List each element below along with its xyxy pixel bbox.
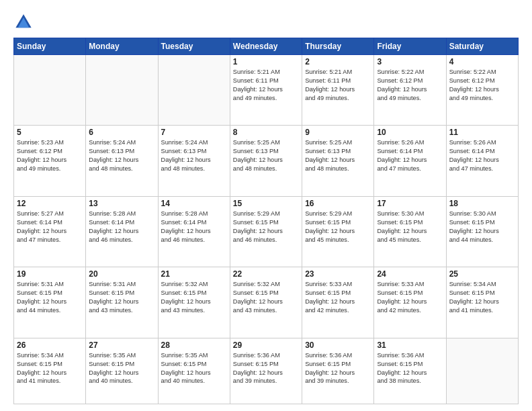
day-number: 28 [161,340,227,350]
day-info: Sunrise: 5:22 AM Sunset: 6:12 PM Dayligh… [377,68,443,103]
header [13,12,519,32]
calendar-dow-saturday: Saturday [446,38,518,55]
logo-icon [13,12,34,32]
day-info: Sunrise: 5:26 AM Sunset: 6:14 PM Dayligh… [449,138,515,173]
calendar-dow-tuesday: Tuesday [158,38,230,55]
calendar-cell: 7Sunrise: 5:24 AM Sunset: 6:13 PM Daylig… [158,126,230,196]
calendar-cell: 18Sunrise: 5:30 AM Sunset: 6:15 PM Dayli… [446,196,518,267]
day-number: 29 [233,340,299,350]
calendar-cell: 11Sunrise: 5:26 AM Sunset: 6:14 PM Dayli… [446,126,518,196]
calendar-cell [14,55,86,126]
calendar-cell: 17Sunrise: 5:30 AM Sunset: 6:15 PM Dayli… [374,196,446,267]
day-info: Sunrise: 5:28 AM Sunset: 6:14 PM Dayligh… [161,210,227,244]
calendar-cell [446,338,518,404]
day-info: Sunrise: 5:32 AM Sunset: 6:15 PM Dayligh… [161,280,227,315]
day-number: 19 [17,269,83,279]
day-info: Sunrise: 5:35 AM Sunset: 6:15 PM Dayligh… [161,351,227,386]
day-info: Sunrise: 5:26 AM Sunset: 6:14 PM Dayligh… [377,138,443,173]
day-info: Sunrise: 5:34 AM Sunset: 6:15 PM Dayligh… [449,280,515,315]
day-number: 27 [89,340,154,350]
calendar-cell: 20Sunrise: 5:31 AM Sunset: 6:15 PM Dayli… [86,267,158,338]
calendar-dow-friday: Friday [374,38,446,55]
day-number: 6 [89,128,154,137]
logo [13,12,36,32]
day-number: 31 [377,340,443,350]
calendar-cell: 13Sunrise: 5:28 AM Sunset: 6:14 PM Dayli… [86,196,158,267]
calendar-dow-sunday: Sunday [14,38,86,55]
calendar-cell: 27Sunrise: 5:35 AM Sunset: 6:15 PM Dayli… [86,338,158,404]
day-number: 26 [17,340,83,350]
day-info: Sunrise: 5:22 AM Sunset: 6:12 PM Dayligh… [449,68,515,103]
day-number: 16 [305,199,371,208]
page: SundayMondayTuesdayWednesdayThursdayFrid… [0,0,532,411]
day-number: 18 [449,199,515,208]
day-number: 20 [89,269,154,279]
calendar-cell: 12Sunrise: 5:27 AM Sunset: 6:14 PM Dayli… [14,196,86,267]
calendar-week-3: 19Sunrise: 5:31 AM Sunset: 6:15 PM Dayli… [14,267,519,338]
calendar-cell: 5Sunrise: 5:23 AM Sunset: 6:12 PM Daylig… [14,126,86,196]
day-info: Sunrise: 5:21 AM Sunset: 6:11 PM Dayligh… [305,68,371,103]
day-info: Sunrise: 5:25 AM Sunset: 6:13 PM Dayligh… [305,138,371,173]
day-info: Sunrise: 5:27 AM Sunset: 6:14 PM Dayligh… [17,210,83,244]
calendar-cell: 16Sunrise: 5:29 AM Sunset: 6:15 PM Dayli… [302,196,374,267]
calendar-cell [158,55,230,126]
day-info: Sunrise: 5:33 AM Sunset: 6:15 PM Dayligh… [377,280,443,315]
calendar-cell: 23Sunrise: 5:33 AM Sunset: 6:15 PM Dayli… [302,267,374,338]
day-info: Sunrise: 5:29 AM Sunset: 6:15 PM Dayligh… [305,210,371,244]
day-number: 15 [233,199,299,208]
day-info: Sunrise: 5:32 AM Sunset: 6:15 PM Dayligh… [233,280,299,315]
day-info: Sunrise: 5:21 AM Sunset: 6:11 PM Dayligh… [233,68,299,103]
calendar-dow-monday: Monday [86,38,158,55]
day-number: 4 [449,57,515,66]
day-info: Sunrise: 5:31 AM Sunset: 6:15 PM Dayligh… [17,280,83,315]
day-number: 24 [377,269,443,279]
day-number: 23 [305,269,371,279]
day-number: 5 [17,128,83,137]
calendar-cell: 21Sunrise: 5:32 AM Sunset: 6:15 PM Dayli… [158,267,230,338]
calendar-week-4: 26Sunrise: 5:34 AM Sunset: 6:15 PM Dayli… [14,338,519,404]
day-number: 30 [305,340,371,350]
day-number: 13 [89,199,154,208]
day-number: 17 [377,199,443,208]
day-number: 12 [17,199,83,208]
day-number: 3 [377,57,443,66]
calendar-dow-thursday: Thursday [302,38,374,55]
calendar-cell: 4Sunrise: 5:22 AM Sunset: 6:12 PM Daylig… [446,55,518,126]
calendar-table: SundayMondayTuesdayWednesdayThursdayFrid… [13,38,519,404]
day-info: Sunrise: 5:35 AM Sunset: 6:15 PM Dayligh… [89,351,154,386]
calendar-cell: 26Sunrise: 5:34 AM Sunset: 6:15 PM Dayli… [14,338,86,404]
day-number: 14 [161,199,227,208]
calendar-cell: 15Sunrise: 5:29 AM Sunset: 6:15 PM Dayli… [230,196,302,267]
calendar-cell: 1Sunrise: 5:21 AM Sunset: 6:11 PM Daylig… [230,55,302,126]
calendar-week-2: 12Sunrise: 5:27 AM Sunset: 6:14 PM Dayli… [14,196,519,267]
day-info: Sunrise: 5:29 AM Sunset: 6:15 PM Dayligh… [233,210,299,244]
day-info: Sunrise: 5:24 AM Sunset: 6:13 PM Dayligh… [89,138,154,173]
day-number: 2 [305,57,371,66]
calendar-cell: 8Sunrise: 5:25 AM Sunset: 6:13 PM Daylig… [230,126,302,196]
day-info: Sunrise: 5:36 AM Sunset: 6:15 PM Dayligh… [305,351,371,386]
calendar-cell: 3Sunrise: 5:22 AM Sunset: 6:12 PM Daylig… [374,55,446,126]
calendar-cell: 28Sunrise: 5:35 AM Sunset: 6:15 PM Dayli… [158,338,230,404]
calendar-dow-wednesday: Wednesday [230,38,302,55]
calendar-cell: 14Sunrise: 5:28 AM Sunset: 6:14 PM Dayli… [158,196,230,267]
day-number: 11 [449,128,515,137]
day-info: Sunrise: 5:34 AM Sunset: 6:15 PM Dayligh… [17,351,83,386]
calendar-cell: 19Sunrise: 5:31 AM Sunset: 6:15 PM Dayli… [14,267,86,338]
calendar-header-row: SundayMondayTuesdayWednesdayThursdayFrid… [14,38,519,55]
calendar-cell: 2Sunrise: 5:21 AM Sunset: 6:11 PM Daylig… [302,55,374,126]
calendar-cell: 9Sunrise: 5:25 AM Sunset: 6:13 PM Daylig… [302,126,374,196]
calendar-cell: 31Sunrise: 5:36 AM Sunset: 6:15 PM Dayli… [374,338,446,404]
day-number: 10 [377,128,443,137]
day-info: Sunrise: 5:30 AM Sunset: 6:15 PM Dayligh… [449,210,515,244]
day-number: 22 [233,269,299,279]
day-number: 25 [449,269,515,279]
day-info: Sunrise: 5:33 AM Sunset: 6:15 PM Dayligh… [305,280,371,315]
calendar-cell [86,55,158,126]
day-info: Sunrise: 5:25 AM Sunset: 6:13 PM Dayligh… [233,138,299,173]
calendar-cell: 6Sunrise: 5:24 AM Sunset: 6:13 PM Daylig… [86,126,158,196]
calendar-week-1: 5Sunrise: 5:23 AM Sunset: 6:12 PM Daylig… [14,126,519,196]
day-number: 9 [305,128,371,137]
calendar-week-0: 1Sunrise: 5:21 AM Sunset: 6:11 PM Daylig… [14,55,519,126]
day-info: Sunrise: 5:28 AM Sunset: 6:14 PM Dayligh… [89,210,154,244]
day-info: Sunrise: 5:36 AM Sunset: 6:15 PM Dayligh… [233,351,299,386]
